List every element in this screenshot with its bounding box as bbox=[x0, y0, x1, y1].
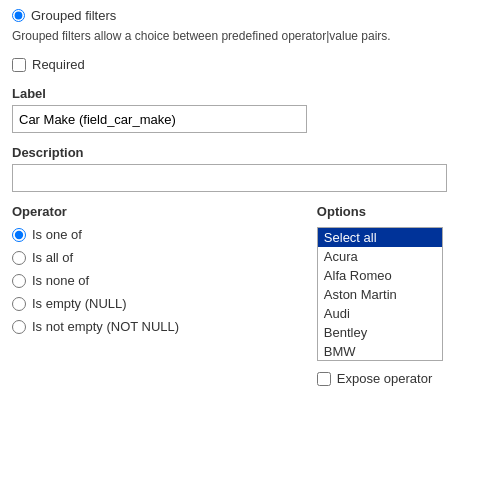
radio-is-none-of-input[interactable] bbox=[12, 274, 26, 288]
description-text: Grouped filters allow a choice between p… bbox=[12, 29, 489, 43]
radio-is-one-of-label: Is one of bbox=[32, 227, 82, 242]
radio-is-none-of-label: Is none of bbox=[32, 273, 89, 288]
operator-column: Operator Is one of Is all of Is none of … bbox=[12, 204, 317, 386]
radio-is-empty-label: Is empty (NULL) bbox=[32, 296, 127, 311]
radio-is-one-of[interactable]: Is one of bbox=[12, 227, 307, 242]
label-field-row: Label bbox=[12, 86, 489, 133]
list-item[interactable]: Audi bbox=[318, 304, 442, 323]
radio-is-empty[interactable]: Is empty (NULL) bbox=[12, 296, 307, 311]
label-input[interactable] bbox=[12, 105, 307, 133]
header-row: Grouped filters bbox=[12, 8, 489, 23]
grouped-filters-radio[interactable] bbox=[12, 9, 25, 22]
operator-header: Operator bbox=[12, 204, 307, 219]
list-item[interactable]: Bentley bbox=[318, 323, 442, 342]
options-column: Options Select all Acura Alfa Romeo Asto… bbox=[317, 204, 489, 386]
expose-operator-row: Expose operator bbox=[317, 371, 489, 386]
description-field-row: Description bbox=[12, 145, 489, 192]
list-item[interactable]: Alfa Romeo bbox=[318, 266, 442, 285]
list-item[interactable]: Aston Martin bbox=[318, 285, 442, 304]
required-row: Required bbox=[12, 57, 489, 72]
description-field-label: Description bbox=[12, 145, 489, 160]
label-field-label: Label bbox=[12, 86, 489, 101]
radio-is-one-of-input[interactable] bbox=[12, 228, 26, 242]
list-item[interactable]: Acura bbox=[318, 247, 442, 266]
radio-is-all-of[interactable]: Is all of bbox=[12, 250, 307, 265]
required-checkbox[interactable] bbox=[12, 58, 26, 72]
two-column-section: Operator Is one of Is all of Is none of … bbox=[12, 204, 489, 386]
required-label: Required bbox=[32, 57, 85, 72]
options-header: Options bbox=[317, 204, 489, 219]
list-item[interactable]: BMW bbox=[318, 342, 442, 360]
radio-is-empty-input[interactable] bbox=[12, 297, 26, 311]
expose-operator-label: Expose operator bbox=[337, 371, 432, 386]
radio-is-not-empty-input[interactable] bbox=[12, 320, 26, 334]
list-item[interactable]: Select all bbox=[318, 228, 442, 247]
radio-is-all-of-label: Is all of bbox=[32, 250, 73, 265]
options-list[interactable]: Select all Acura Alfa Romeo Aston Martin… bbox=[318, 228, 442, 360]
description-input[interactable] bbox=[12, 164, 447, 192]
options-listbox: Select all Acura Alfa Romeo Aston Martin… bbox=[317, 227, 443, 361]
expose-operator-checkbox[interactable] bbox=[317, 372, 331, 386]
radio-is-not-empty[interactable]: Is not empty (NOT NULL) bbox=[12, 319, 307, 334]
radio-is-not-empty-label: Is not empty (NOT NULL) bbox=[32, 319, 179, 334]
radio-is-none-of[interactable]: Is none of bbox=[12, 273, 307, 288]
grouped-filters-label: Grouped filters bbox=[31, 8, 116, 23]
radio-is-all-of-input[interactable] bbox=[12, 251, 26, 265]
